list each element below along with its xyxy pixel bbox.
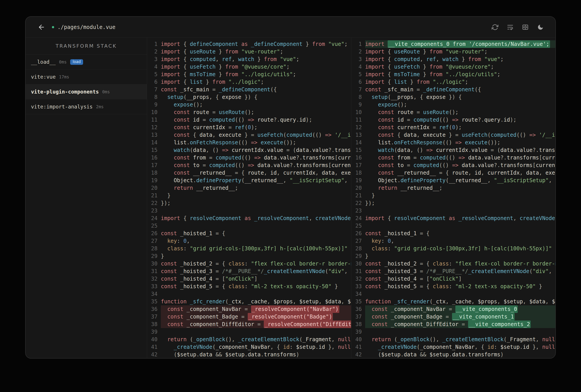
- transform-stack-item--load-[interactable]: __load__0msload: [26, 54, 147, 70]
- code-line: 2import { useRoute } from "vue-router";: [351, 48, 556, 56]
- line-number: 42: [351, 351, 362, 358]
- code-line: 7const _sfc_main = _defineComponent({: [351, 86, 556, 93]
- code-line: 25: [351, 222, 556, 230]
- code-line: 16 const from = computed(() => data.valu…: [351, 154, 556, 162]
- split-diff-icon[interactable]: [522, 24, 529, 30]
- code-line: 25: [147, 222, 351, 230]
- code-content: return __returned__;: [365, 184, 556, 192]
- code-content: setup(__props, { expose }) {: [161, 93, 351, 101]
- code-content: const route = useRoute();: [365, 108, 556, 116]
- code-line: 36 const _component_NavBar = _resolveCom…: [147, 305, 351, 313]
- code-content: const _hoisted_1 = {: [161, 230, 351, 237]
- line-number: 7: [351, 86, 362, 93]
- code-line: 36 const _component_NavBar = __vite_comp…: [351, 305, 556, 313]
- code-content: key: 0,: [365, 237, 556, 245]
- code-content: const __returned__ = { route, id, curren…: [365, 169, 556, 176]
- code-content: const currentIdx = ref(0);: [365, 124, 556, 131]
- code-content: [161, 290, 351, 298]
- code-line: 41 _createVNode(_component_NavBar, { id:…: [147, 343, 351, 351]
- code-content: const to = computed(() => data.value?.tr…: [365, 162, 556, 169]
- code-line: 16 const from = computed(() => data.valu…: [147, 154, 351, 162]
- refresh-icon[interactable]: [492, 24, 498, 30]
- code-content: const { data, execute } = useFetch(compu…: [365, 131, 556, 139]
- code-line: 31const _hoisted_3 = /*#__PURE__*/_creat…: [147, 268, 351, 275]
- code-line: 29}: [351, 252, 556, 260]
- code-content: const _hoisted_4 = ["onClick"]: [161, 275, 351, 283]
- line-number: 35: [351, 298, 362, 305]
- line-number: 23: [351, 207, 362, 214]
- plugin-time: 17ms: [59, 74, 69, 79]
- code-line: 38 const _component_DiffEditor = _resolv…: [147, 320, 351, 328]
- code-content: ($setup.data && $setup.data.transforms): [161, 351, 351, 358]
- code-content: import { resolveComponent as _resolveCom…: [161, 214, 351, 222]
- line-number: 42: [147, 351, 158, 358]
- code-content: const _hoisted_3 = /*#__PURE__*/_createE…: [365, 268, 556, 275]
- code-line: 34: [351, 290, 556, 298]
- code-line: 26const _hoisted_1 = {: [147, 230, 351, 237]
- code-content: const _hoisted_3 = /*#__PURE__*/_createE…: [161, 268, 351, 275]
- line-number: 2: [147, 48, 158, 56]
- code-content: key: 0,: [161, 237, 351, 245]
- transform-stack-item-vite-vue[interactable]: vite:vue17ms: [26, 70, 147, 84]
- code-line: 1import __vite_components_0 from '/compo…: [351, 40, 556, 48]
- code-line: 27 key: 0,: [351, 237, 556, 245]
- code-line: 33const _hoisted_5 = { class: "ml-2 text…: [351, 283, 556, 290]
- code-content: });: [365, 199, 556, 207]
- code-content: const _component_NavBar = __vite_compone…: [365, 305, 556, 313]
- code-line: 3import { computed, ref, watch } from "v…: [147, 56, 351, 63]
- line-number: 6: [147, 78, 158, 86]
- code-line: 17 const to = computed(() => data.value?…: [351, 162, 556, 169]
- code-content: import { computed, ref, watch } from "vu…: [365, 56, 556, 63]
- line-number: 25: [147, 222, 158, 230]
- code-content: function _sfc_render(_ctx, _cache, $prop…: [365, 298, 556, 305]
- plugin-time: 0ms: [102, 89, 110, 94]
- diff-code-area: 1import { defineComponent as _defineComp…: [147, 38, 556, 358]
- transform-stack-item-vite-import-analysis[interactable]: vite:import-analysis2ms: [26, 99, 147, 114]
- code-line: 35function _sfc_render(_ctx, _cache, $pr…: [351, 298, 556, 305]
- code-content: import { defineComponent as _defineCompo…: [161, 40, 351, 48]
- line-number: 36: [147, 305, 158, 313]
- code-line: 31const _hoisted_3 = /*#__PURE__*/_creat…: [351, 268, 556, 275]
- back-button[interactable]: [38, 24, 45, 31]
- code-content: watch(data, () => currentIdx.value = (da…: [365, 146, 556, 154]
- code-content: ($setup.data && $setup.data.transforms): [365, 351, 556, 358]
- code-line: 11 const id = computed(() => route?.quer…: [147, 116, 351, 124]
- code-line: 7const _sfc_main = _defineComponent({: [147, 86, 351, 93]
- line-number: 29: [147, 252, 158, 260]
- line-number: 33: [147, 283, 158, 290]
- code-line: 38 const _component_DiffEditor = __vite_…: [351, 320, 556, 328]
- code-line: 13 const { data, execute } = useFetch(co…: [147, 131, 351, 139]
- code-content: const __returned__ = { route, id, curren…: [161, 169, 351, 176]
- line-number: 38: [351, 320, 362, 328]
- code-content: const _component_NavBar = _resolveCompon…: [161, 305, 351, 313]
- line-number: 26: [351, 230, 362, 237]
- line-number: 38: [147, 320, 158, 328]
- line-number: 19: [351, 176, 362, 184]
- code-line: 29}: [147, 252, 351, 260]
- code-line: 21 }: [351, 192, 556, 199]
- line-number: 21: [351, 192, 362, 199]
- code-content: import { useFetch } from "@vueuse/core";: [365, 63, 556, 70]
- line-number: 17: [147, 162, 158, 169]
- code-line: 5import { msToTime } from "../logic/util…: [351, 70, 556, 78]
- main-area: TRANSFORM STACK __load__0msloadvite:vue1…: [26, 38, 556, 358]
- code-line: 18 const __returned__ = { route, id, cur…: [351, 169, 556, 176]
- code-content: const id = computed(() => route?.query.i…: [161, 116, 351, 124]
- line-number: 8: [147, 93, 158, 101]
- code-line: 37 const _component_Badge = __vite_compo…: [351, 313, 556, 320]
- line-number: 12: [351, 124, 362, 131]
- text-wrap-icon[interactable]: [507, 24, 514, 30]
- dark-mode-moon-icon[interactable]: [537, 24, 544, 30]
- code-content: [161, 328, 351, 336]
- transform-stack-item-vite-plugin-components[interactable]: vite-plugin-components0ms: [26, 84, 147, 99]
- line-number: 2: [351, 48, 362, 56]
- code-line: 35function _sfc_render(_ctx, _cache, $pr…: [147, 298, 351, 305]
- line-number: 40: [351, 336, 362, 343]
- line-number: 3: [147, 56, 158, 63]
- code-content: const _component_DiffEditor = _resolveCo…: [161, 320, 351, 328]
- code-line: 40 return (_openBlock(), _createElementB…: [351, 336, 556, 343]
- code-content: }: [161, 252, 351, 260]
- code-content: const id = computed(() => route?.query.i…: [365, 116, 556, 124]
- code-line: 19 Object.defineProperty(__returned__, "…: [147, 176, 351, 184]
- line-number: 9: [351, 101, 362, 108]
